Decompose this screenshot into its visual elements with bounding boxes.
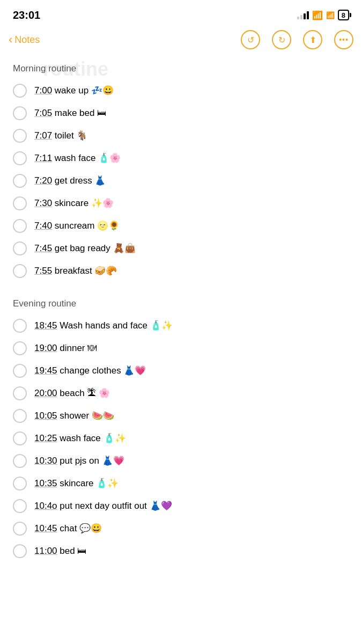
item-text-1100: 11:00 bed 🛏 <box>34 545 86 557</box>
nav-actions: ↺ ↻ ⬆ ••• <box>241 30 353 49</box>
evening-section: Evening routine 18:45 Wash hands and fac… <box>13 298 349 562</box>
share-button[interactable]: ⬆ <box>303 30 322 49</box>
list-item: 10:45 chat 💬😀 <box>13 517 349 540</box>
list-item: 11:00 bed 🛏 <box>13 540 349 562</box>
checkbox-1845[interactable] <box>13 319 27 333</box>
redo-icon: ↻ <box>278 35 285 45</box>
item-text-705: 7:05 make bed 🛏 <box>34 107 106 119</box>
list-item: 10:25 wash face 🧴✨ <box>13 427 349 450</box>
checkbox-1005[interactable] <box>13 409 27 423</box>
share-icon: ⬆ <box>309 35 316 45</box>
status-icons: 📶 📶 8 <box>297 10 349 20</box>
item-text-1005: 10:05 shower 🍉🍉 <box>34 410 114 422</box>
list-item: 10:30 put pjs on 👗💗 <box>13 450 349 472</box>
morning-section-title: Morning routine <box>13 63 349 74</box>
notes-content: Morning routine 7:00 wake up 💤😀 7:05 mak… <box>0 54 362 584</box>
item-text-1845: 18:45 Wash hands and face 🧴✨ <box>34 320 173 332</box>
item-text-1030: 10:30 put pjs on 👗💗 <box>34 455 124 467</box>
checkbox-700[interactable] <box>13 84 27 98</box>
item-text-1035: 10:35 skincare 🧴✨ <box>34 478 119 489</box>
checkbox-1025[interactable] <box>13 431 27 445</box>
back-label: Notes <box>14 34 40 46</box>
checkbox-745[interactable] <box>13 241 27 255</box>
item-text-755: 7:55 breakfast 🥪🥐 <box>34 265 117 277</box>
checkbox-711[interactable] <box>13 151 27 165</box>
morning-section: Morning routine 7:00 wake up 💤😀 7:05 mak… <box>13 63 349 282</box>
signal-icon <box>297 11 309 19</box>
ellipsis-icon: ••• <box>339 35 349 44</box>
list-item: 19:45 change clothes 👗💗 <box>13 360 349 382</box>
undo-button[interactable]: ↺ <box>241 30 260 49</box>
chevron-left-icon: ‹ <box>9 33 12 47</box>
item-text-2000: 20:00 beach 🏝 🌸 <box>34 387 110 399</box>
item-text-1045: 10:45 chat 💬😀 <box>34 523 102 535</box>
item-text-1900: 19:00 dinner 🍽 <box>34 342 97 354</box>
more-button[interactable]: ••• <box>334 30 353 49</box>
item-text-707: 7:07 toilet 🐐 <box>34 130 87 142</box>
wifi-icon: 📶 <box>312 10 323 20</box>
list-item: 7:55 breakfast 🥪🥐 <box>13 260 349 282</box>
item-text-720: 7:20 get dress 👗 <box>34 175 106 187</box>
list-item: 7:20 get dress 👗 <box>13 170 349 192</box>
checkbox-1035[interactable] <box>13 477 27 491</box>
checkbox-2000[interactable] <box>13 386 27 400</box>
list-item: 18:45 Wash hands and face 🧴✨ <box>13 314 349 337</box>
item-text-740: 7:40 suncream 🌝🌻 <box>34 220 120 232</box>
list-item: 10:4o put next day outfit out 👗💜 <box>13 495 349 517</box>
checkbox-1030[interactable] <box>13 454 27 468</box>
list-item: 10:35 skincare 🧴✨ <box>13 472 349 495</box>
checkbox-740[interactable] <box>13 219 27 233</box>
back-button[interactable]: ‹ Notes <box>9 33 40 47</box>
checkbox-707[interactable] <box>13 129 27 143</box>
list-item: 7:11 wash face 🧴🌸 <box>13 147 349 170</box>
checkbox-1040[interactable] <box>13 499 27 513</box>
list-item: 7:40 suncream 🌝🌻 <box>13 215 349 237</box>
list-item: 7:30 skincare ✨🌸 <box>13 192 349 215</box>
list-item: 7:45 get bag ready 🧸👜 <box>13 237 349 260</box>
item-text-1025: 10:25 wash face 🧴✨ <box>34 433 126 444</box>
item-text-1945: 19:45 change clothes 👗💗 <box>34 365 146 377</box>
checkbox-1045[interactable] <box>13 522 27 536</box>
list-item: 7:00 wake up 💤😀 <box>13 79 349 102</box>
status-bar: 23:01 📶 📶 8 <box>0 0 362 27</box>
item-text-1040: 10:4o put next day outfit out 👗💜 <box>34 500 172 512</box>
list-item: 20:00 beach 🏝 🌸 <box>13 382 349 405</box>
list-item: 19:00 dinner 🍽 <box>13 337 349 360</box>
list-item: 7:07 toilet 🐐 <box>13 125 349 147</box>
item-text-730: 7:30 skincare ✨🌸 <box>34 197 114 209</box>
checkbox-705[interactable] <box>13 106 27 120</box>
item-text-700: 7:00 wake up 💤😀 <box>34 85 114 97</box>
checkbox-730[interactable] <box>13 196 27 210</box>
status-time: 23:01 <box>13 9 40 21</box>
battery-icon: 8 <box>338 10 349 20</box>
checkbox-1900[interactable] <box>13 341 27 355</box>
checkbox-1100[interactable] <box>13 544 27 558</box>
item-text-745: 7:45 get bag ready 🧸👜 <box>34 243 136 254</box>
list-item: 10:05 shower 🍉🍉 <box>13 405 349 427</box>
nav-bar: ‹ Notes ↺ ↻ ⬆ ••• <box>0 27 362 54</box>
list-item: 7:05 make bed 🛏 <box>13 102 349 125</box>
undo-icon: ↺ <box>247 35 254 45</box>
evening-section-title: Evening routine <box>13 298 349 309</box>
checkbox-755[interactable] <box>13 264 27 278</box>
checkbox-1945[interactable] <box>13 364 27 378</box>
redo-button[interactable]: ↻ <box>272 30 291 49</box>
checkbox-720[interactable] <box>13 174 27 188</box>
item-text-711: 7:11 wash face 🧴🌸 <box>34 152 121 164</box>
